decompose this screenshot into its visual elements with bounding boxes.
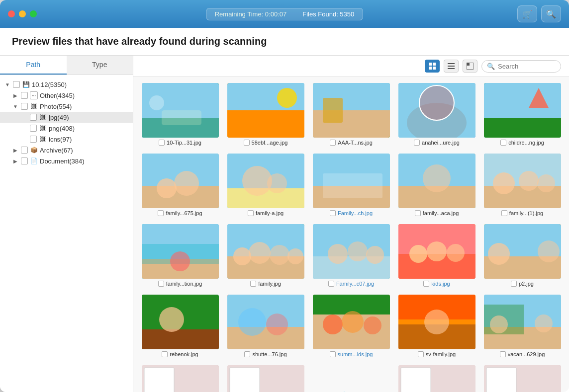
detail-view-button[interactable]	[463, 60, 477, 73]
item-checkbox[interactable]	[248, 210, 254, 216]
grid-item[interactable]: family.jpg	[227, 224, 304, 287]
tree-checkbox[interactable]	[30, 125, 37, 132]
grid-item[interactable]: p2.jpg	[483, 224, 561, 287]
item-name: family...aca.jpg	[423, 210, 459, 216]
tree-item-archive[interactable]: ▶ 📦 Archive(67)	[0, 145, 133, 156]
grid-item[interactable]: rebenok.jpg	[141, 295, 219, 357]
grid-item[interactable]: family...(1).jpg	[483, 154, 561, 216]
minimize-button[interactable]	[19, 10, 26, 17]
item-checkbox[interactable]	[415, 210, 421, 216]
item-checkbox[interactable]	[500, 140, 506, 146]
grid-item[interactable]: summ...ids.jpg	[312, 295, 390, 357]
grid-item[interactable]: childre...ng.jpg	[483, 83, 561, 146]
grid-item[interactable]: Family...ch.jpg	[312, 154, 390, 216]
search-input[interactable]	[498, 63, 558, 70]
tree-item-root[interactable]: ▼ 💾 10.12(5350)	[0, 79, 133, 90]
item-label: family...tion.jpg	[158, 281, 202, 287]
item-label: summ...ids.jpg	[330, 351, 373, 357]
close-button[interactable]	[8, 10, 15, 17]
thumbnail	[484, 83, 561, 138]
search-button[interactable]: 🔍	[541, 5, 561, 22]
tab-type[interactable]: Type	[67, 56, 133, 75]
cart-button[interactable]: 🛒	[517, 5, 537, 22]
grid-item[interactable]: kids.jpg	[398, 224, 475, 287]
item-checkbox[interactable]	[501, 210, 507, 216]
tree-checkbox[interactable]	[30, 114, 37, 121]
svg-point-78	[342, 311, 364, 333]
tree-checkbox[interactable]	[21, 92, 28, 99]
item-checkbox[interactable]	[328, 281, 334, 287]
tab-path[interactable]: Path	[0, 56, 67, 75]
item-checkbox[interactable]	[244, 140, 250, 146]
item-name: anahei...ure.jpg	[422, 140, 460, 146]
grid-item[interactable]: family...aca.jpg	[398, 154, 475, 216]
sidebar: Path Type ▼ 💾 10.12(5350) ▶ ··· Other(43…	[0, 56, 133, 392]
svg-point-11	[149, 95, 164, 110]
svg-point-47	[170, 251, 190, 271]
item-checkbox[interactable]	[158, 281, 164, 287]
tree-item-jpg[interactable]: ▶ 🖼 jpg(49)	[0, 112, 133, 123]
grid-item[interactable]: Family...c07.jpg	[312, 224, 390, 287]
grid-view-button[interactable]	[425, 60, 440, 73]
tree-item-other[interactable]: ▶ ··· Other(4345)	[0, 90, 133, 101]
grid-item[interactable]: AAA-T...ns.jpg	[312, 83, 390, 146]
item-checkbox[interactable]	[418, 351, 424, 357]
search-box[interactable]: 🔍	[481, 60, 561, 73]
item-checkbox[interactable]	[423, 281, 429, 287]
grid-item[interactable]: shutte...76.jpg	[227, 295, 304, 357]
grid-item[interactable]: family-a.jpg	[227, 154, 304, 216]
item-checkbox[interactable]	[250, 281, 256, 287]
item-checkbox[interactable]	[159, 140, 165, 146]
grid-item[interactable]: 58ebf...age.jpg	[227, 83, 304, 146]
item-name: summ...ids.jpg	[338, 351, 373, 357]
grid-item[interactable]: PDF PDFConverterOCR50 PDFConverterOCR50	[483, 365, 561, 392]
item-checkbox[interactable]	[330, 210, 336, 216]
tree-item-png[interactable]: ▶ 🖼 png(408)	[0, 123, 133, 134]
item-checkbox[interactable]	[330, 351, 336, 357]
svg-point-41	[493, 172, 515, 194]
item-checkbox[interactable]	[330, 140, 336, 146]
maximize-button[interactable]	[30, 10, 37, 17]
grid-item[interactable]: family...675.jpg	[141, 154, 219, 216]
photo-icon: 🖼	[30, 102, 38, 110]
svg-rect-3	[433, 67, 436, 70]
grid-item[interactable]: vacan...629.jpg	[483, 295, 561, 357]
item-checkbox[interactable]	[414, 140, 420, 146]
tree-checkbox[interactable]	[13, 81, 20, 88]
tree-item-document[interactable]: ▶ 📄 Document(384)	[0, 156, 133, 166]
item-checkbox[interactable]	[244, 351, 250, 357]
svg-point-77	[323, 314, 343, 334]
tree-checkbox[interactable]	[30, 136, 37, 143]
grid-item-arrow	[312, 365, 390, 392]
tree-checkbox[interactable]	[21, 147, 28, 154]
grid-item[interactable]: PDF PDFConverter50 PDFConverter50	[141, 365, 219, 392]
grid-item[interactable]: PDF PDFConverter50 PDFConverter50	[398, 365, 475, 392]
item-checkbox[interactable]	[158, 210, 164, 216]
svg-rect-107	[486, 368, 516, 392]
tree-item-photo[interactable]: ▼ 🖼 Photo(554)	[0, 101, 133, 112]
svg-point-56	[328, 244, 348, 264]
grid-item[interactable]: 10-Tip...31.jpg	[141, 83, 219, 146]
grid-item[interactable]: family...tion.jpg	[141, 224, 219, 287]
item-name: family...tion.jpg	[166, 281, 202, 287]
grid-item[interactable]: anahei...ure.jpg	[398, 83, 475, 146]
svg-point-32	[267, 173, 287, 193]
grid-item[interactable]: PDF PDFConverterOCR50 PDFConverterOCR50	[227, 365, 304, 392]
item-checkbox[interactable]	[162, 351, 168, 357]
list-view-button[interactable]	[444, 60, 459, 73]
thumbnail: PDF PDFConverterOCR50	[484, 365, 561, 392]
item-checkbox[interactable]	[500, 351, 506, 357]
content-toolbar: 🔍	[133, 56, 569, 77]
file-grid[interactable]: 10-Tip...31.jpg	[133, 77, 569, 392]
tree-checkbox[interactable]	[21, 103, 28, 110]
item-checkbox[interactable]	[511, 281, 517, 287]
item-label: sv-family.jpg	[418, 351, 456, 357]
tree-checkbox[interactable]	[21, 157, 28, 164]
grid-item[interactable]: sv-family.jpg	[398, 295, 475, 357]
jpg-icon: 🖼	[39, 113, 47, 121]
svg-point-87	[490, 315, 508, 333]
expand-icon: ▼	[12, 103, 19, 110]
item-name: family...(1).jpg	[509, 210, 543, 216]
svg-point-62	[427, 241, 447, 261]
tree-item-icns[interactable]: ▶ 🖼 icns(97)	[0, 134, 133, 145]
